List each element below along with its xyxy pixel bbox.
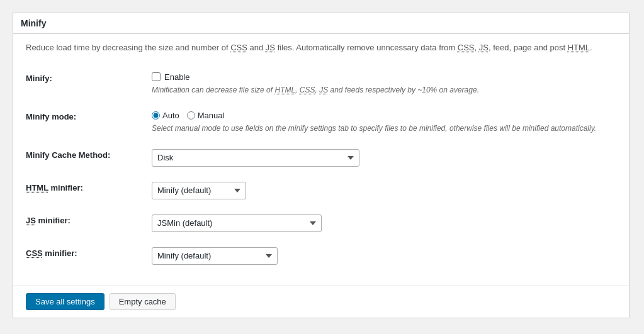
save-button[interactable]: Save all settings: [26, 293, 105, 310]
minify-description: Minification can decrease file size of H…: [152, 84, 479, 96]
js-minifier-select[interactable]: JSMin (default) Google Closure Compiler …: [152, 214, 322, 232]
minify-mode-row: Minify mode: Auto Manual: [26, 103, 616, 142]
html-minifier-field: Minify (default) HTML Tidy: [152, 174, 616, 207]
minify-mode-manual-radio[interactable]: [187, 111, 195, 120]
cache-method-select[interactable]: Disk Disk Enhanced Opcode: APC Opcode: e…: [152, 149, 359, 167]
cache-method-label: Minify Cache Method:: [26, 142, 152, 174]
html-minifier-label: HTML minifier:: [26, 174, 152, 207]
minify-mode-auto-radio[interactable]: [152, 111, 160, 120]
empty-cache-button[interactable]: Empty cache: [110, 293, 176, 310]
minify-mode-field: Auto Manual Select manual mode to use fi…: [152, 103, 616, 142]
js-minifier-row: JS minifier: JSMin (default) Google Clos…: [26, 207, 616, 240]
css-minifier-row: CSS minifier: Minify (default) YUI Compr…: [26, 240, 616, 272]
minify-mode-manual-text: Manual: [198, 111, 225, 120]
cache-method-row: Minify Cache Method: Disk Disk Enhanced …: [26, 142, 616, 174]
js-minifier-label: JS minifier:: [26, 207, 152, 240]
html-minifier-select[interactable]: Minify (default) HTML Tidy: [152, 182, 246, 199]
footer-buttons: Save all settings Empty cache: [13, 285, 629, 318]
minify-mode-auto-text: Auto: [162, 111, 179, 120]
panel-description: Reduce load time by decreasing the size …: [26, 42, 616, 55]
minify-enable-text: Enable: [164, 72, 189, 82]
css-minifier-label: CSS minifier:: [26, 240, 152, 272]
minify-row: Minify: Enable Minification can decrease…: [26, 65, 616, 103]
minify-enable-label[interactable]: Enable: [152, 72, 189, 82]
settings-form-table: Minify: Enable Minification can decrease…: [26, 65, 616, 272]
css-minifier-field: Minify (default) YUI Compressor CSSTidy: [152, 240, 616, 272]
html-minifier-row: HTML minifier: Minify (default) HTML Tid…: [26, 174, 616, 207]
minify-field: Enable Minification can decrease file si…: [152, 65, 616, 103]
minify-checkbox[interactable]: [152, 72, 161, 81]
css-minifier-select[interactable]: Minify (default) YUI Compressor CSSTidy: [152, 247, 278, 265]
js-minifier-field: JSMin (default) Google Closure Compiler …: [152, 207, 616, 240]
minify-mode-options: Auto Manual: [152, 111, 616, 120]
minify-mode-label: Minify mode:: [26, 103, 152, 142]
panel-title: Minify: [13, 13, 629, 34]
minify-mode-auto-label[interactable]: Auto: [152, 111, 179, 120]
minify-mode-description: Select manual mode to use fields on the …: [152, 123, 616, 134]
cache-method-field: Disk Disk Enhanced Opcode: APC Opcode: e…: [152, 142, 616, 174]
settings-panel: Minify Reduce load time by decreasing th…: [13, 13, 630, 318]
minify-label: Minify:: [26, 65, 152, 103]
minify-mode-manual-label[interactable]: Manual: [187, 111, 225, 120]
